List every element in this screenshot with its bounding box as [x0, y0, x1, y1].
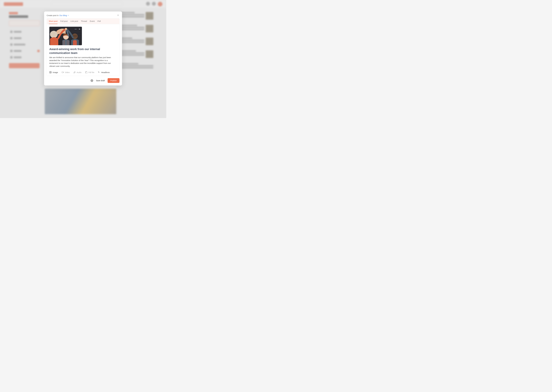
svg-point-32 — [92, 80, 92, 81]
audio-icon — [73, 71, 76, 73]
tab-short-post[interactable]: Short post — [49, 20, 57, 24]
tab-event[interactable]: Event — [90, 20, 95, 24]
post-target-name: Our Blog — [59, 14, 67, 16]
svg-point-23 — [50, 72, 50, 72]
tab-full-post[interactable]: Full post — [60, 20, 68, 24]
svg-point-16 — [65, 28, 67, 30]
add-audio-button[interactable]: Audio — [73, 71, 82, 73]
close-icon — [117, 14, 119, 16]
svg-point-17 — [75, 29, 75, 29]
svg-point-7 — [50, 31, 58, 38]
chevron-down-icon — [67, 14, 69, 16]
media-label: Video — [65, 71, 70, 73]
media-label: Headlines — [101, 71, 110, 73]
video-icon — [62, 71, 64, 73]
svg-rect-24 — [62, 72, 63, 73]
create-post-modal: Create post in Our Blog Short post Full … — [44, 12, 122, 85]
add-headlines-button[interactable]: TT Headlines — [98, 71, 110, 73]
svg-text:T: T — [98, 71, 99, 73]
create-in-label: Create post in — [47, 14, 58, 16]
media-label: Pdf file — [88, 71, 94, 73]
tab-thread[interactable]: Thread — [81, 20, 87, 24]
media-label: Audio — [77, 71, 82, 73]
post-target-dropdown[interactable]: Our Blog — [59, 14, 69, 16]
post-body-input[interactable]: We are thrilled to announce that our com… — [49, 56, 117, 68]
svg-point-26 — [74, 73, 74, 73]
modal-footer: Save draft Publish — [47, 78, 120, 83]
svg-point-27 — [75, 72, 75, 73]
image-icon — [49, 71, 52, 73]
attachment-options-button[interactable] — [74, 28, 77, 30]
tab-link-post[interactable]: Link post — [71, 20, 78, 24]
headlines-icon: TT — [98, 71, 100, 73]
editor-panel: Award-winning work from our internal com… — [47, 24, 120, 76]
post-settings-button[interactable] — [91, 79, 93, 82]
modal-header: Create post in Our Blog — [47, 14, 120, 17]
pdf-icon — [85, 71, 87, 73]
svg-point-19 — [76, 29, 77, 29]
attachment-remove-button[interactable] — [78, 28, 81, 30]
add-image-button[interactable]: Image — [49, 71, 58, 73]
svg-text:T: T — [99, 72, 100, 73]
close-icon — [78, 28, 80, 30]
add-pdf-button[interactable]: Pdf file — [85, 71, 94, 73]
post-title-input[interactable]: Award-winning work from our internal com… — [49, 47, 117, 55]
tab-poll[interactable]: Poll — [98, 20, 101, 24]
svg-rect-29 — [86, 72, 87, 74]
save-draft-button[interactable]: Save draft — [96, 79, 105, 82]
media-toolbar: Image Video Audio Pdf file TT Headlines — [49, 71, 117, 73]
close-modal-button[interactable] — [117, 14, 120, 17]
more-icon — [75, 28, 77, 30]
post-type-tabs: Short post Full post Link post Thread Ev… — [47, 18, 120, 24]
publish-button[interactable]: Publish — [108, 78, 120, 83]
add-video-button[interactable]: Video — [62, 71, 70, 73]
post-image-attachment — [49, 27, 82, 45]
media-label: Image — [53, 71, 58, 73]
svg-point-18 — [76, 29, 76, 29]
gear-icon — [91, 79, 93, 82]
